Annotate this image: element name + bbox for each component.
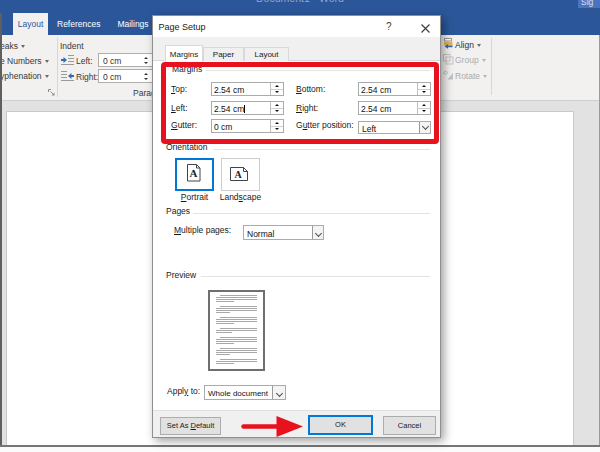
svg-text:A: A [234, 169, 242, 180]
svg-text:A: A [190, 167, 198, 179]
